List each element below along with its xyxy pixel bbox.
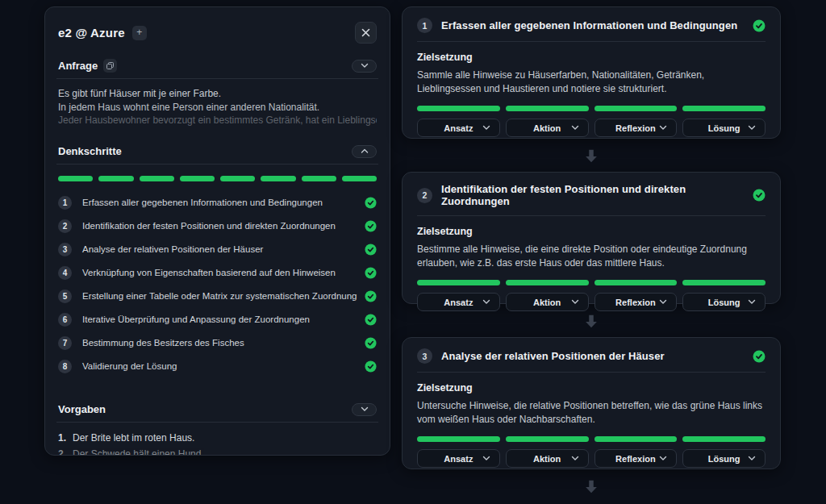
check-icon — [365, 360, 377, 373]
step-row-4[interactable]: 4 Verknüpfung von Eigenschaften basieren… — [58, 261, 377, 285]
add-button[interactable]: + — [132, 26, 147, 40]
card-header: 1 Erfassen aller gegebenen Informationen… — [417, 18, 766, 33]
step-number-badge: 3 — [58, 243, 72, 256]
steps-detail-column: 1 Erfassen aller gegebenen Informationen… — [402, 6, 781, 502]
chevron-down-icon — [482, 125, 490, 131]
vorgabe-item-1: 1. Der Brite lebt im roten Haus. — [58, 430, 377, 446]
progress-segment — [58, 176, 93, 181]
aktion-dropdown[interactable]: Aktion — [506, 449, 589, 468]
objective-heading: Zielsetzung — [417, 226, 766, 237]
chevron-down-icon — [659, 299, 667, 305]
step-row-5[interactable]: 5 Erstellung einer Tabelle oder Matrix z… — [58, 285, 377, 308]
anfrage-section-header: Anfrage — [56, 59, 378, 73]
steps-progress-bar — [56, 176, 378, 181]
loesung-dropdown[interactable]: Lösung — [682, 293, 766, 311]
chevron-down-icon — [571, 125, 579, 131]
divider — [56, 422, 378, 423]
vorgaben-list: 1. Der Brite lebt im roten Haus. 2. Der … — [56, 430, 378, 456]
chevron-down-icon — [571, 299, 579, 305]
aktion-dropdown[interactable]: Aktion — [506, 119, 589, 137]
arrow-down-icon — [582, 312, 600, 330]
check-icon — [365, 197, 377, 209]
ansatz-dropdown[interactable]: Ansatz — [417, 293, 500, 311]
step-row-1[interactable]: 1 Erfassen aller gegebenen Informationen… — [58, 191, 377, 215]
progress-segment — [342, 176, 377, 181]
step-title: Identifikation der festen Positionen und… — [441, 183, 744, 207]
card-header: 2 Identifikation der festen Positionen u… — [417, 183, 766, 207]
step-number-badge: 3 — [417, 348, 432, 364]
chevron-up-icon — [361, 148, 369, 154]
check-icon — [365, 244, 377, 256]
divider — [56, 164, 378, 165]
check-icon — [365, 290, 377, 302]
anfrage-text: Es gibt fünf Häuser mit je einer Farbe. … — [56, 87, 378, 127]
step-row-6[interactable]: 6 Iterative Überprüfung und Anpassung de… — [58, 308, 377, 331]
divider — [417, 41, 766, 42]
close-icon — [361, 28, 370, 37]
reflexion-dropdown[interactable]: Reflexion — [594, 119, 678, 137]
arrow-down-icon — [582, 147, 600, 165]
progress-segment — [220, 176, 255, 181]
ansatz-dropdown[interactable]: Ansatz — [417, 119, 500, 137]
step-number-badge: 1 — [58, 196, 72, 210]
step-number-badge: 6 — [58, 313, 72, 327]
reflexion-dropdown[interactable]: Reflexion — [594, 293, 678, 311]
reflexion-dropdown[interactable]: Reflexion — [594, 449, 678, 468]
panel-header: e2 @ Azure + — [56, 19, 378, 44]
step-number-badge: 2 — [58, 219, 72, 233]
anfrage-heading: Anfrage — [58, 60, 98, 72]
divider — [417, 372, 766, 373]
check-icon — [365, 267, 377, 279]
close-button[interactable] — [355, 22, 377, 44]
thinking-panel: e2 @ Azure + Anfrage Es gibt fünf Häuser… — [44, 6, 390, 456]
progress-segment — [180, 176, 215, 181]
step-row-2[interactable]: 2 Identifikation der festen Positionen u… — [58, 215, 377, 238]
loesung-dropdown[interactable]: Lösung — [682, 449, 766, 468]
objective-heading: Zielsetzung — [417, 52, 766, 63]
step-number-badge: 2 — [417, 188, 432, 203]
objective-text: Sammle alle Hinweise zu Häuserfarben, Na… — [417, 69, 766, 96]
phase-buttons: Ansatz Aktion Reflexion Lösung — [417, 449, 766, 468]
phase-progress-bars — [417, 280, 766, 285]
step-row-7[interactable]: 7 Bestimmung des Besitzers des Fisches — [58, 331, 377, 355]
divider — [417, 215, 766, 216]
check-icon — [365, 220, 377, 232]
chevron-down-icon — [748, 456, 756, 461]
chevron-down-icon — [659, 456, 667, 461]
progress-segment — [261, 176, 295, 181]
denkschritte-list: 1 Erfassen aller gegebenen Informationen… — [56, 191, 378, 378]
progress-segment — [594, 436, 678, 442]
ansatz-dropdown[interactable]: Ansatz — [417, 449, 500, 468]
loesung-dropdown[interactable]: Lösung — [682, 119, 766, 137]
progress-segment — [682, 436, 766, 442]
chevron-down-icon — [571, 456, 579, 461]
objective-heading: Zielsetzung — [417, 382, 766, 394]
aktion-dropdown[interactable]: Aktion — [506, 293, 589, 311]
progress-segment — [682, 280, 766, 285]
flow-arrow — [402, 139, 781, 172]
progress-segment — [98, 176, 133, 181]
phase-progress-bars — [417, 436, 766, 442]
step-number-badge: 8 — [58, 360, 72, 373]
step-row-8[interactable]: 8 Validierung der Lösung — [58, 355, 377, 378]
progress-segment — [506, 436, 589, 442]
denkschritte-heading: Denkschritte — [58, 145, 122, 157]
phase-progress-bars — [417, 106, 766, 111]
arrow-down-icon — [582, 477, 600, 495]
anfrage-collapse-button[interactable] — [352, 60, 377, 73]
vorgaben-heading: Vorgaben — [58, 403, 106, 415]
progress-segment — [417, 106, 500, 111]
denkschritte-collapse-button[interactable] — [352, 145, 377, 158]
step-title: Erfassen aller gegebenen Informationen u… — [441, 19, 737, 31]
step-row-3[interactable]: 3 Analyse der relativen Positionen der H… — [58, 238, 377, 261]
copy-icon[interactable] — [103, 59, 117, 73]
step-card-3: 3 Analyse der relativen Positionen der H… — [402, 337, 781, 469]
denkschritte-section-header: Denkschritte — [56, 145, 378, 158]
chevron-down-icon — [361, 406, 369, 412]
progress-segment — [506, 106, 589, 111]
anfrage-line: Jeder Hausbewohner bevorzugt ein bestimm… — [58, 114, 377, 127]
progress-segment — [302, 176, 336, 181]
panel-title: e2 @ Azure — [58, 26, 125, 40]
vorgaben-collapse-button[interactable] — [352, 403, 377, 416]
objective-text: Bestimme alle Hinweise, die eine direkte… — [417, 243, 766, 270]
